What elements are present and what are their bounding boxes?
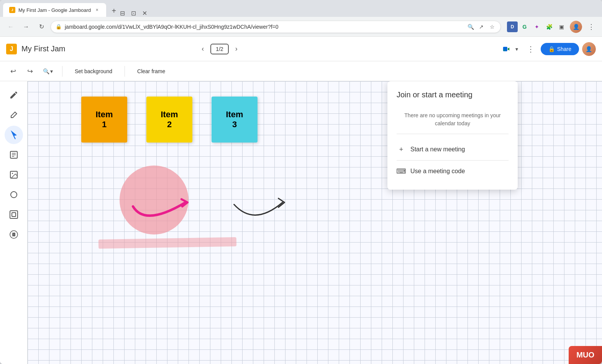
toolbar: ↩ ↪ 🔍 ▾ Set background Clear frame — [0, 61, 602, 81]
tab-close-button[interactable]: × — [94, 7, 100, 13]
url-text: jamboard.google.com/d/1VwLlX_vdBYlA9qOr-… — [65, 24, 464, 30]
popup-divider — [397, 160, 509, 161]
svg-point-15 — [13, 233, 15, 236]
meet-dropdown-icon[interactable]: ▾ — [513, 45, 521, 53]
canvas-area[interactable]: Item1 Item2 Item3 — [28, 81, 602, 364]
search-icon[interactable]: 🔍 — [467, 23, 474, 31]
app-header: J My First Jam ‹ 1/2 › ▾ ⋮ — [0, 37, 602, 61]
maximize-icon[interactable]: ⊡ — [131, 10, 136, 17]
start-meeting-label: Start a new meeting — [410, 146, 465, 153]
lock-icon: 🔒 — [56, 24, 62, 30]
profile-avatar[interactable]: 👤 — [570, 21, 582, 33]
share-lock-icon: 🔒 — [548, 46, 555, 52]
use-code-label: Use a meeting code — [410, 168, 465, 175]
meet-logo-icon — [501, 44, 512, 54]
pink-highlight-stroke — [98, 237, 236, 249]
share-button[interactable]: 🔒 Share — [541, 43, 579, 55]
redo-button[interactable]: ↪ — [23, 64, 37, 78]
ext-puzzle-icon[interactable]: 🧩 — [544, 21, 554, 32]
toolbar-divider-2 — [125, 66, 125, 77]
header-right: ▾ ⋮ 🔒 Share 👤 — [501, 42, 596, 56]
profile-pic: 👤 — [570, 21, 582, 33]
close-window-icon[interactable]: ✕ — [142, 10, 147, 17]
bookmark-icon[interactable]: ☆ — [488, 23, 496, 31]
eraser-tool[interactable] — [5, 106, 23, 124]
muo-watermark: MUO — [569, 346, 602, 364]
zoom-dropdown-icon: ▾ — [50, 68, 53, 74]
toolbar-divider-1 — [62, 66, 62, 77]
new-tab-button[interactable]: + — [108, 5, 120, 17]
svg-point-8 — [11, 192, 17, 198]
meet-popup-title: Join or start a meeting — [397, 90, 509, 99]
keyboard-icon: ⌨ — [397, 167, 406, 176]
jamboard-logo: J — [6, 44, 17, 54]
clear-frame-button[interactable]: Clear frame — [131, 65, 171, 77]
address-icons: 🔍 ↗ ☆ — [467, 23, 496, 31]
ext-sidebar-icon[interactable]: ▣ — [556, 21, 567, 32]
sticky-note-item2[interactable]: Item2 — [146, 97, 192, 143]
tab-title: My First Jam - Google Jamboard — [18, 7, 91, 13]
url-bar[interactable]: 🔒 jamboard.google.com/d/1VwLlX_vdBYlA9qO… — [51, 21, 501, 33]
pink-circle-shape[interactable] — [120, 166, 189, 234]
user-avatar[interactable]: 👤 — [582, 42, 596, 56]
extension-icons: D G ✦ 🧩 ▣ — [507, 21, 567, 32]
share-label: Share — [557, 46, 571, 52]
set-background-button[interactable]: Set background — [69, 65, 118, 77]
page-indicator: 1/2 — [210, 44, 228, 54]
tab-favicon: J — [9, 7, 15, 13]
use-meeting-code-button[interactable]: ⌨ Use a meeting code — [397, 162, 509, 180]
app-more-button[interactable]: ⋮ — [524, 42, 538, 56]
ext-g-icon[interactable]: G — [519, 21, 530, 32]
ext-d-icon[interactable]: D — [507, 21, 518, 32]
meet-popup: Join or start a meeting There are no upc… — [387, 81, 518, 190]
app-content: J My First Jam ‹ 1/2 › ▾ ⋮ — [0, 37, 602, 364]
plus-icon: + — [397, 145, 406, 154]
share-page-icon[interactable]: ↗ — [477, 23, 485, 31]
zoom-button[interactable]: 🔍 ▾ — [40, 67, 56, 76]
start-new-meeting-button[interactable]: + Start a new meeting — [397, 140, 509, 159]
pen-tool[interactable] — [5, 86, 23, 104]
undo-button[interactable]: ↩ — [6, 64, 20, 78]
minimize-icon[interactable]: ⊟ — [120, 10, 125, 17]
ext-spark-icon[interactable]: ✦ — [531, 21, 542, 32]
tab-bar: J My First Jam - Google Jamboard × + ⊟ ⊡… — [0, 0, 602, 17]
browser-window: J My First Jam - Google Jamboard × + ⊟ ⊡… — [0, 0, 602, 364]
shape-tool[interactable] — [5, 185, 23, 204]
laser-tool[interactable] — [5, 225, 23, 244]
sticky-note-item3[interactable]: Item3 — [212, 97, 258, 143]
select-tool[interactable] — [5, 126, 23, 144]
text-box-tool[interactable] — [5, 205, 23, 224]
meet-popup-empty-message: There are no upcoming meetings in your c… — [397, 105, 509, 134]
app-title: My First Jam — [21, 44, 65, 53]
zoom-icon: 🔍 — [43, 68, 49, 74]
window-controls: ⊟ ⊡ ✕ — [120, 10, 147, 17]
image-tool[interactable] — [5, 166, 23, 184]
main-area: Item1 Item2 Item3 — [0, 81, 602, 364]
back-button[interactable]: ← — [5, 21, 17, 33]
active-tab[interactable]: J My First Jam - Google Jamboard × — [3, 3, 106, 17]
refresh-button[interactable]: ↻ — [35, 21, 48, 33]
address-bar: ← → ↻ 🔒 jamboard.google.com/d/1VwLlX_vdB… — [0, 17, 602, 37]
left-toolbar — [0, 81, 28, 364]
page-navigation: ‹ 1/2 › — [197, 43, 242, 55]
sticky-note-tool[interactable] — [5, 146, 23, 164]
google-meet-button[interactable]: ▾ — [501, 44, 521, 54]
forward-button[interactable]: → — [20, 21, 32, 33]
svg-point-7 — [12, 173, 13, 174]
svg-rect-10 — [10, 211, 18, 218]
next-frame-button[interactable]: › — [230, 43, 243, 55]
user-profile-pic: 👤 — [582, 42, 596, 56]
sticky-note-item1[interactable]: Item1 — [81, 97, 127, 143]
browser-more-button[interactable]: ⋮ — [585, 21, 597, 33]
prev-frame-button[interactable]: ‹ — [197, 43, 209, 55]
